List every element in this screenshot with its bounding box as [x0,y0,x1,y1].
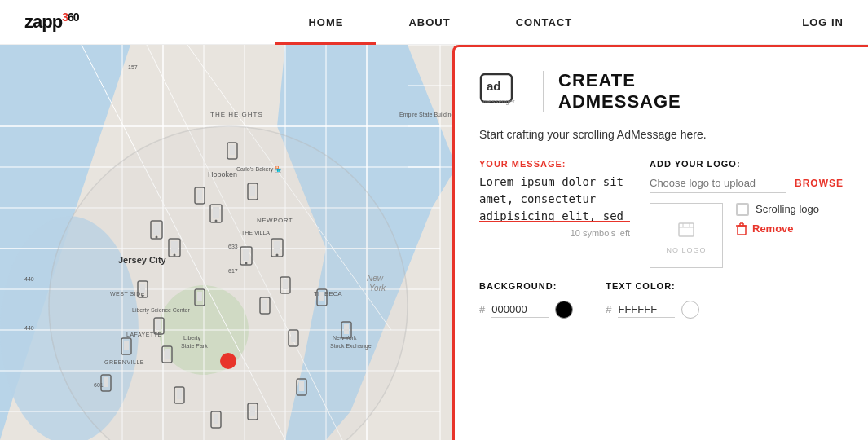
svg-rect-69 [171,241,178,253]
svg-text:Stock Exchange: Stock Exchange [330,343,372,350]
svg-text:York: York [369,284,386,293]
logo[interactable]: zapp360 [24,11,79,33]
text-color-section: TEXT COLOR: # [606,281,699,319]
svg-rect-66 [153,223,160,235]
admessage-panel: ad messenger CREATE ADMESSAGE Start craf… [452,45,868,440]
bg-hash: # [479,303,485,315]
svg-text:Carlo's Bakery 🏪: Carlo's Bakery 🏪 [236,165,282,173]
logo-preview-row: NO LOGO Scrolling logo [650,203,844,268]
svg-point-73 [215,220,218,222]
logo-options: Scrolling logo Remove [736,203,819,235]
svg-rect-72 [213,207,219,218]
message-input[interactable]: Lorem ipsum dolor sit amet, consectetur … [479,174,630,222]
browse-button[interactable]: BROWSE [795,178,844,189]
login-button[interactable]: LOG IN [802,16,844,29]
scrolling-logo-label: Scrolling logo [756,203,819,215]
logo-upload-row: BROWSE [650,174,844,193]
scrolling-logo-checkbox[interactable] [736,203,749,216]
svg-text:Jersey City: Jersey City [118,255,167,265]
box-icon [674,217,698,241]
svg-rect-96 [250,406,255,416]
map-marker [220,353,236,369]
logo-file-input[interactable] [650,174,786,193]
form-row-message-logo: YOUR MESSAGE: Lorem ipsum dolor sit amet… [479,159,844,268]
svg-text:THE HEIGHTS: THE HEIGHTS [210,111,263,118]
svg-rect-104 [283,279,288,289]
background-section: BACKGROUND: # [479,281,573,319]
nav-item-about[interactable]: ABOUT [376,0,482,45]
svg-rect-124 [738,226,746,235]
svg-text:157: 157 [128,64,138,70]
svg-text:TRIBECA: TRIBECA [314,290,342,297]
svg-text:601: 601 [94,382,104,388]
svg-text:State Park: State Park [181,343,208,349]
remove-label: Remove [752,222,794,235]
logo-col: ADD YOUR LOGO: BROWSE NO LOGO [650,159,844,268]
message-col: YOUR MESSAGE: Lorem ipsum dolor sit amet… [479,159,630,268]
message-label: YOUR MESSAGE: [479,159,630,169]
svg-text:440: 440 [24,325,34,331]
svg-rect-78 [274,241,280,253]
panel-subtitle: Start crafting your scrolling AdMessage … [479,128,844,141]
logo-preview-box: NO LOGO [650,203,723,268]
navbar: zapp360 HOME ABOUT CONTACT LOG IN [0,0,868,45]
svg-text:THE VILLA: THE VILLA [241,230,270,235]
svg-point-82 [142,295,144,297]
svg-text:Liberty: Liberty [183,335,201,341]
svg-text:440: 440 [24,276,34,282]
svg-rect-88 [124,341,129,350]
nav-item-contact[interactable]: CONTACT [483,0,606,45]
text-color-swatch[interactable] [681,301,699,319]
background-color-input[interactable] [491,301,549,318]
svg-point-70 [174,254,176,257]
svg-rect-112 [250,186,255,196]
scrolling-logo-option: Scrolling logo [736,203,819,216]
svg-rect-114 [197,190,202,200]
background-color-swatch[interactable] [555,301,573,319]
no-logo-text: NO LOGO [666,246,706,254]
svg-point-76 [245,262,248,265]
background-label: BACKGROUND: [479,281,573,291]
svg-rect-86 [165,349,170,359]
svg-text:617: 617 [228,268,238,274]
svg-text:GREENVILLE: GREENVILLE [104,359,144,365]
header-divider [543,71,544,112]
svg-point-67 [156,236,158,239]
nav-menu: HOME ABOUT CONTACT [275,0,605,45]
svg-text:Empire State Building: Empire State Building [399,112,454,118]
svg-text:Liberty Science Center: Liberty Science Center [132,307,190,314]
svg-text:messenger: messenger [483,99,515,105]
svg-rect-100 [319,292,324,301]
text-color-label: TEXT COLOR: [606,281,699,291]
svg-rect-84 [156,320,161,330]
text-color-input-row: # [606,301,699,319]
svg-text:633: 633 [228,244,238,249]
trash-icon [736,222,747,235]
svg-rect-102 [344,324,349,334]
svg-rect-75 [243,249,249,261]
svg-rect-81 [140,284,145,293]
svg-rect-108 [197,292,202,301]
svg-text:NEWPORT: NEWPORT [257,217,293,224]
svg-rect-98 [291,332,296,342]
panel-header: ad messenger CREATE ADMESSAGE [479,70,844,113]
svg-point-79 [276,254,279,257]
remove-button[interactable]: Remove [736,222,819,235]
nav-item-home[interactable]: HOME [275,0,376,45]
panel-title: CREATE ADMESSAGE [558,70,681,113]
svg-rect-94 [214,414,218,424]
svg-rect-106 [299,381,304,391]
svg-rect-120 [679,223,694,236]
ad-messenger-logo: ad messenger [479,71,528,112]
svg-rect-110 [262,300,267,310]
background-input-row: # [479,301,573,319]
svg-text:New: New [367,274,384,283]
svg-rect-90 [104,377,108,387]
svg-rect-116 [230,145,235,155]
symbols-left: 10 symbols left [479,228,630,238]
text-color-input[interactable] [618,301,675,318]
text-hash: # [606,303,611,315]
svg-text:ad: ad [487,79,501,93]
color-row: BACKGROUND: # TEXT COLOR: # [479,281,844,319]
svg-text:Hoboken: Hoboken [208,170,237,178]
